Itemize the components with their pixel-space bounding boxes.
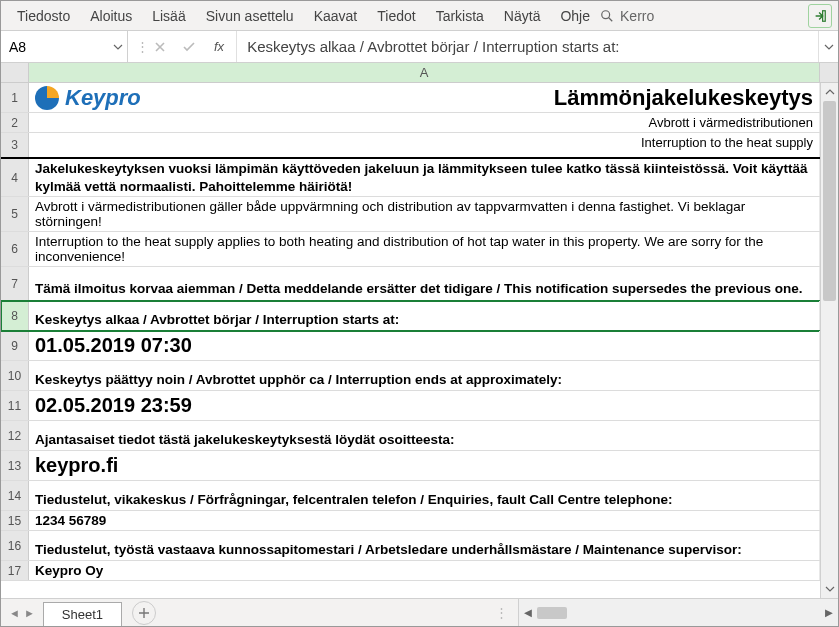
grid-body[interactable]: 1 Keypro Lämmönjakelukeskeytys 2 Avbrott… [1, 83, 838, 598]
cell-a6[interactable]: Interruption to the heat supply applies … [29, 232, 820, 266]
search-icon [600, 9, 614, 23]
row-17: 17 Keypro Oy [1, 561, 820, 581]
svg-rect-2 [823, 10, 826, 21]
cell-a9[interactable]: 01.05.2019 07:30 [29, 331, 820, 360]
share-button[interactable] [808, 4, 832, 28]
ribbon-tab-insert[interactable]: Lisää [142, 2, 195, 30]
add-sheet-button[interactable] [132, 601, 156, 625]
name-box-wrap [1, 31, 128, 62]
brand: Keypro [35, 85, 141, 111]
row-2: 2 Avbrott i värmedistributionen [1, 113, 820, 133]
vscroll-track[interactable] [821, 101, 838, 580]
row-6: 6 Interruption to the heat supply applie… [1, 232, 820, 267]
vertical-dots-icon: ⋮ [136, 39, 148, 54]
cell-a14[interactable]: Tiedustelut, vikakeskus / Förfrågningar,… [29, 481, 820, 510]
ribbon-tab-home[interactable]: Aloitus [80, 2, 142, 30]
row-head-8[interactable]: 8 [1, 301, 29, 330]
row-head-7[interactable]: 7 [1, 267, 29, 300]
tell-me[interactable]: Kerro [600, 8, 654, 24]
row-7: 7 Tämä ilmoitus korvaa aiemman / Detta m… [1, 267, 820, 301]
formula-bar: ⋮ fx [1, 31, 838, 63]
row-head-10[interactable]: 10 [1, 361, 29, 390]
ribbon-tab-review[interactable]: Tarkista [426, 2, 494, 30]
row-14: 14 Tiedustelut, vikakeskus / Förfrågning… [1, 481, 820, 511]
row-head-1[interactable]: 1 [1, 83, 29, 112]
cell-a12[interactable]: Ajantasaiset tiedot tästä jakelukeskeyty… [29, 421, 820, 450]
ribbon-tab-data[interactable]: Tiedot [367, 2, 425, 30]
row-12: 12 Ajantasaiset tiedot tästä jakelukeske… [1, 421, 820, 451]
row-head-16[interactable]: 16 [1, 531, 29, 560]
cell-a5[interactable]: Avbrott i värmedistributionen gäller båd… [29, 197, 820, 231]
cell-a7[interactable]: Tämä ilmoitus korvaa aiemman / Detta med… [29, 267, 820, 300]
enter-formula-button[interactable] [182, 41, 204, 53]
grid: A 1 Keypro Lämmönjakelukeskeytys 2 Avbro… [1, 63, 838, 598]
row-head-6[interactable]: 6 [1, 232, 29, 266]
ribbon-tab-formulas[interactable]: Kaavat [304, 2, 368, 30]
row-head-13[interactable]: 13 [1, 451, 29, 480]
row-1: 1 Keypro Lämmönjakelukeskeytys [1, 83, 820, 113]
row-4: 4 Jakelukeskeytyksen vuoksi lämpimän käy… [1, 159, 820, 197]
row-head-5[interactable]: 5 [1, 197, 29, 231]
row-head-12[interactable]: 12 [1, 421, 29, 450]
row-13: 13 keypro.fi [1, 451, 820, 481]
sheet-tab-1[interactable]: Sheet1 [43, 602, 122, 626]
row-head-3[interactable]: 3 [1, 133, 29, 157]
row-head-14[interactable]: 14 [1, 481, 29, 510]
hscroll-thumb[interactable] [537, 607, 567, 619]
formula-expand[interactable] [818, 31, 838, 62]
col-header-a[interactable]: A [29, 63, 820, 82]
svg-point-0 [602, 10, 610, 18]
sheet-nav: ◄ ► [1, 607, 43, 619]
scroll-right-button[interactable]: ► [820, 605, 838, 620]
row-head-11[interactable]: 11 [1, 391, 29, 420]
row-8: 8 Keskeytys alkaa / Avbrottet börjar / I… [1, 301, 820, 331]
name-box-dropdown[interactable] [109, 42, 127, 52]
sheet-nav-prev[interactable]: ◄ [9, 607, 20, 619]
row-head-15[interactable]: 15 [1, 511, 29, 530]
cell-a4[interactable]: Jakelukeskeytyksen vuoksi lämpimän käytt… [29, 159, 820, 196]
row-15: 15 1234 56789 [1, 511, 820, 531]
scroll-down-button[interactable] [821, 580, 838, 598]
sheet-nav-next[interactable]: ► [24, 607, 35, 619]
formula-controls: ⋮ fx [128, 31, 237, 62]
column-headers: A [1, 63, 838, 83]
ribbon-tab-pagelayout[interactable]: Sivun asettelu [196, 2, 304, 30]
hscroll-track[interactable] [537, 607, 820, 619]
vertical-scrollbar[interactable] [820, 83, 838, 598]
cell-a17[interactable]: Keypro Oy [29, 561, 820, 580]
ribbon-tab-view[interactable]: Näytä [494, 2, 551, 30]
cell-a16[interactable]: Tiedustelut, työstä vastaava kunnossapit… [29, 531, 820, 560]
ribbon-tab-help[interactable]: Ohje [550, 2, 600, 30]
cell-a1[interactable]: Keypro Lämmönjakelukeskeytys [29, 83, 820, 112]
row-head-17[interactable]: 17 [1, 561, 29, 580]
cell-a10[interactable]: Keskeytys päättyy noin / Avbrottet upphö… [29, 361, 820, 390]
fx-label[interactable]: fx [210, 39, 228, 54]
row-10: 10 Keskeytys päättyy noin / Avbrottet up… [1, 361, 820, 391]
cell-a3[interactable]: Interruption to the heat supply [29, 133, 820, 157]
cell-a8[interactable]: Keskeytys alkaa / Avbrottet börjar / Int… [29, 301, 820, 330]
doc-title: Lämmönjakelukeskeytys [554, 85, 813, 111]
row-head-2[interactable]: 2 [1, 113, 29, 132]
row-head-4[interactable]: 4 [1, 159, 29, 196]
brand-text: Keypro [65, 85, 141, 111]
svg-line-1 [609, 17, 613, 21]
row-head-9[interactable]: 9 [1, 331, 29, 360]
brand-logo-icon [35, 86, 59, 110]
select-all-corner[interactable] [1, 63, 29, 82]
cell-a13[interactable]: keypro.fi [29, 451, 820, 480]
cell-a2[interactable]: Avbrott i värmedistributionen [29, 113, 820, 132]
row-11: 11 02.05.2019 23:59 [1, 391, 820, 421]
row-5: 5 Avbrott i värmedistributionen gäller b… [1, 197, 820, 232]
scroll-left-button[interactable]: ◄ [519, 605, 537, 620]
cancel-formula-button[interactable] [154, 41, 176, 53]
name-box[interactable] [1, 31, 109, 62]
vscroll-thumb[interactable] [823, 101, 836, 301]
cell-a15[interactable]: 1234 56789 [29, 511, 820, 530]
ribbon-tab-file[interactable]: Tiedosto [7, 2, 80, 30]
formula-input[interactable] [237, 31, 818, 62]
horizontal-scrollbar[interactable]: ◄ ► [518, 599, 838, 626]
row-16: 16 Tiedustelut, työstä vastaava kunnossa… [1, 531, 820, 561]
cell-a11[interactable]: 02.05.2019 23:59 [29, 391, 820, 420]
splitter-icon[interactable]: ⋮ [487, 605, 518, 620]
scroll-up-button[interactable] [821, 83, 838, 101]
